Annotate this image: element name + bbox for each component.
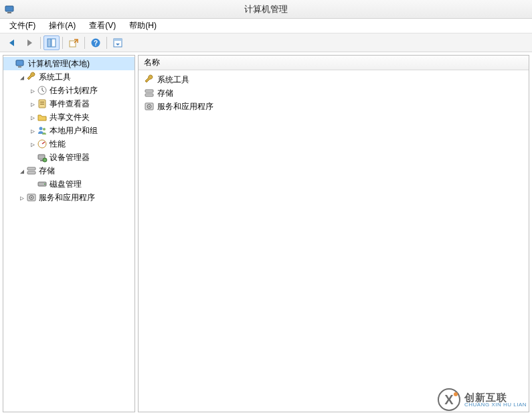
- svg-rect-19: [40, 160, 43, 161]
- watermark-cn: 创新互联: [464, 392, 527, 402]
- folder-share-icon: [37, 112, 48, 122]
- svg-rect-14: [40, 104, 44, 104]
- list-column-header[interactable]: 名称: [139, 56, 529, 70]
- svg-point-32: [149, 106, 150, 107]
- tree-label: 性能: [50, 139, 66, 150]
- device-icon: [37, 152, 48, 163]
- svg-rect-21: [27, 167, 35, 170]
- tree-disk-mgmt[interactable]: 磁盘管理: [3, 177, 135, 191]
- svg-rect-2: [48, 39, 51, 47]
- svg-rect-3: [52, 39, 56, 47]
- svg-point-27: [31, 197, 32, 198]
- tree-label: 服务和应用程序: [39, 192, 95, 203]
- event-icon: [37, 98, 48, 109]
- tree-label: 任务计划程序: [50, 85, 98, 96]
- tree-system-tools[interactable]: ◢ 系统工具: [3, 70, 135, 84]
- users-icon: [37, 125, 48, 136]
- services-icon: [26, 192, 37, 203]
- wrench-icon: [144, 74, 155, 85]
- toolbar-separator: [40, 37, 41, 49]
- svg-rect-10: [18, 66, 21, 68]
- svg-text:?: ?: [94, 39, 98, 47]
- export-button[interactable]: [66, 35, 82, 50]
- list-item-label: 系统工具: [157, 74, 189, 86]
- tree-shared-folders[interactable]: ▷ 共享文件夹: [3, 110, 135, 124]
- tree-event-viewer[interactable]: ▷ 事件查看器: [3, 97, 135, 110]
- disk-icon: [37, 179, 48, 189]
- toolbar-separator: [62, 37, 63, 49]
- list-body[interactable]: 系统工具 存储 服务和应用程序: [139, 70, 529, 412]
- menu-help[interactable]: 帮助(H): [124, 19, 162, 33]
- tree-pane[interactable]: 计算机管理(本地) ◢ 系统工具 ▷ 任务计划程序 ▷ 事件查看器 ▷: [3, 55, 135, 412]
- collapse-icon[interactable]: ◢: [18, 74, 26, 81]
- menu-action[interactable]: 操作(A): [43, 19, 81, 33]
- expand-icon[interactable]: ▷: [18, 194, 26, 201]
- services-icon: [144, 101, 155, 112]
- svg-point-20: [43, 158, 47, 162]
- tree-local-users[interactable]: ▷ 本地用户和组: [3, 124, 135, 137]
- watermark-logo-icon: X: [438, 388, 460, 411]
- toolbar-separator: [84, 37, 85, 49]
- toolbar: ?: [0, 33, 532, 52]
- watermark-en: CHUANG XIN HU LIAN: [464, 402, 527, 408]
- svg-rect-28: [145, 90, 153, 92]
- list-item-label: 存储: [157, 88, 173, 99]
- expand-icon[interactable]: ▷: [29, 127, 37, 135]
- tree-label: 系统工具: [39, 72, 71, 83]
- menu-view[interactable]: 查看(V): [84, 19, 121, 33]
- svg-rect-9: [16, 60, 23, 66]
- show-hide-tree-button[interactable]: [43, 35, 60, 50]
- titlebar: 计算机管理: [0, 0, 532, 19]
- list-pane: 名称 系统工具 存储 服务和应用程序: [138, 55, 529, 412]
- tree-task-scheduler[interactable]: ▷ 任务计划程序: [3, 84, 135, 97]
- tree-performance[interactable]: ▷ 性能: [3, 137, 135, 151]
- tree-services-apps[interactable]: ▷ 服务和应用程序: [3, 191, 135, 204]
- forward-button[interactable]: [21, 35, 37, 50]
- menubar: 文件(F) 操作(A) 查看(V) 帮助(H): [0, 19, 532, 33]
- svg-point-15: [39, 127, 43, 131]
- watermark: X 创新互联 CHUANG XIN HU LIAN: [438, 388, 527, 411]
- list-item[interactable]: 服务和应用程序: [139, 100, 529, 113]
- expand-icon[interactable]: ▷: [29, 87, 37, 94]
- list-item[interactable]: 存储: [139, 86, 529, 100]
- collapse-icon[interactable]: ◢: [18, 167, 26, 175]
- tree-label: 计算机管理(本地): [28, 58, 90, 70]
- window-title: 计算机管理: [0, 3, 532, 15]
- svg-rect-29: [145, 94, 153, 96]
- storage-icon: [144, 88, 155, 98]
- back-button[interactable]: [4, 35, 20, 50]
- tree-label: 磁盘管理: [50, 179, 82, 190]
- tree-label: 本地用户和组: [50, 125, 98, 137]
- storage-icon: [26, 165, 37, 176]
- details-pane-button[interactable]: [110, 35, 126, 50]
- tree-device-manager[interactable]: 设备管理器: [3, 151, 135, 164]
- expand-icon[interactable]: ▷: [29, 100, 37, 108]
- expand-icon[interactable]: ▷: [29, 141, 37, 148]
- clock-icon: [37, 85, 48, 96]
- svg-point-24: [44, 183, 46, 185]
- watermark-text: 创新互联 CHUANG XIN HU LIAN: [464, 392, 527, 408]
- svg-rect-8: [114, 39, 122, 41]
- tree-root[interactable]: 计算机管理(本地): [3, 57, 135, 70]
- wrench-icon: [26, 72, 37, 82]
- help-button[interactable]: ?: [88, 35, 104, 50]
- svg-point-16: [43, 128, 46, 131]
- tree-label: 存储: [39, 165, 55, 177]
- column-name: 名称: [144, 57, 160, 68]
- tree-label: 共享文件夹: [50, 112, 90, 123]
- tree-label: 事件查看器: [50, 98, 90, 110]
- list-item-label: 服务和应用程序: [157, 101, 213, 112]
- tree-storage[interactable]: ◢ 存储: [3, 164, 135, 177]
- tree-label: 设备管理器: [50, 152, 90, 163]
- list-item[interactable]: 系统工具: [139, 73, 529, 86]
- menu-file[interactable]: 文件(F): [4, 19, 41, 33]
- expand-icon[interactable]: ▷: [29, 114, 37, 121]
- content-area: 计算机管理(本地) ◢ 系统工具 ▷ 任务计划程序 ▷ 事件查看器 ▷: [0, 52, 532, 415]
- svg-rect-22: [27, 171, 35, 174]
- toolbar-separator: [106, 37, 107, 49]
- svg-rect-13: [40, 102, 44, 102]
- computer-mgmt-icon: [15, 58, 26, 69]
- perf-icon: [37, 139, 48, 149]
